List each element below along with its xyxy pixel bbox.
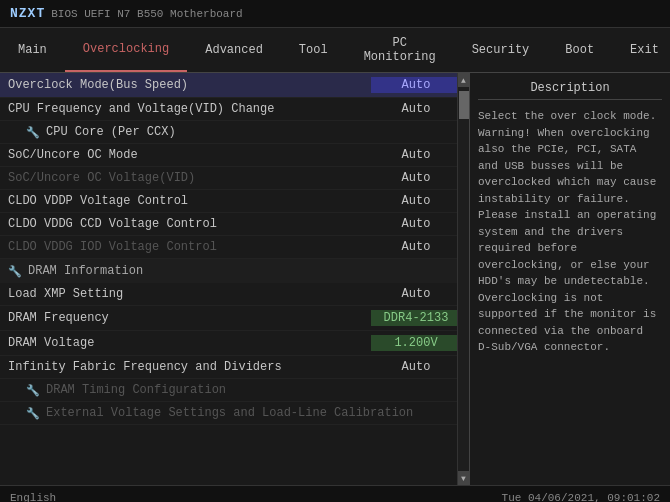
setting-load-xmp[interactable]: Load XMP Setting Auto <box>0 283 469 306</box>
setting-soc-voltage: SoC/Uncore OC Voltage(VID) Auto <box>0 167 469 190</box>
description-title: Description <box>478 81 662 100</box>
setting-label-cpu-freq: CPU Frequency and Voltage(VID) Change <box>8 102 371 116</box>
settings-panel: Overclock Mode(Bus Speed) Auto CPU Frequ… <box>0 73 470 485</box>
nav-bar: Main Overclocking Advanced Tool PC Monit… <box>0 28 670 73</box>
setting-infinity-fabric[interactable]: Infinity Fabric Frequency and Dividers A… <box>0 356 469 379</box>
settings-list: Overclock Mode(Bus Speed) Auto CPU Frequ… <box>0 73 469 485</box>
dram-section-header: 🔧 DRAM Information <box>0 259 469 283</box>
setting-label-cldo-vddg-ccd: CLDO VDDG CCD Voltage Control <box>8 217 371 231</box>
folder-icon-dram: 🔧 <box>26 384 40 397</box>
setting-ext-voltage[interactable]: 🔧 External Voltage Settings and Load-Lin… <box>0 402 469 425</box>
setting-value-cldo-vddg-iod: Auto <box>371 240 461 254</box>
tab-pc-monitoring[interactable]: PC Monitoring <box>346 28 454 72</box>
setting-cpu-freq-voltage[interactable]: CPU Frequency and Voltage(VID) Change Au… <box>0 98 469 121</box>
bios-info: BIOS UEFI N7 B550 Motherboard <box>51 8 242 20</box>
tab-boot[interactable]: Boot <box>547 28 612 72</box>
setting-soc-uncore[interactable]: SoC/Uncore OC Mode Auto <box>0 144 469 167</box>
setting-dram-timing[interactable]: 🔧 DRAM Timing Configuration <box>0 379 469 402</box>
setting-value-load-xmp: Auto <box>371 287 461 301</box>
setting-dram-freq[interactable]: DRAM Frequency DDR4-2133 <box>0 306 469 331</box>
tab-exit[interactable]: Exit <box>612 28 670 72</box>
setting-value-soc-uncore: Auto <box>371 148 461 162</box>
tool-icon: 🔧 <box>26 126 40 139</box>
setting-cldo-vddg-iod: CLDO VDDG IOD Voltage Control Auto <box>0 236 469 259</box>
setting-label-cpu-core: CPU Core (Per CCX) <box>46 125 371 139</box>
setting-label-soc-voltage: SoC/Uncore OC Voltage(VID) <box>8 171 371 185</box>
setting-label-cldo-vddp: CLDO VDDP Voltage Control <box>8 194 371 208</box>
status-bar: English Tue 04/06/2021, 09:01:02 <box>0 485 670 502</box>
tab-main[interactable]: Main <box>0 28 65 72</box>
scroll-down-button[interactable]: ▼ <box>458 471 470 485</box>
setting-label-overclock-mode: Overclock Mode(Bus Speed) <box>8 78 371 92</box>
tab-security[interactable]: Security <box>454 28 548 72</box>
setting-label-dram-timing: DRAM Timing Configuration <box>46 383 461 397</box>
setting-dram-voltage[interactable]: DRAM Voltage 1.200V <box>0 331 469 356</box>
tab-overclocking[interactable]: Overclocking <box>65 28 187 72</box>
setting-value-soc-voltage: Auto <box>371 171 461 185</box>
setting-label-load-xmp: Load XMP Setting <box>8 287 371 301</box>
setting-label-cldo-vddg-iod: CLDO VDDG IOD Voltage Control <box>8 240 371 254</box>
description-text: Select the over clock mode. Warning! Whe… <box>478 108 662 356</box>
setting-label-dram-voltage: DRAM Voltage <box>8 336 371 350</box>
tab-advanced[interactable]: Advanced <box>187 28 281 72</box>
setting-value-dram-voltage: 1.200V <box>371 335 461 351</box>
setting-label-infinity-fabric: Infinity Fabric Frequency and Dividers <box>8 360 371 374</box>
setting-value-cpu-freq: Auto <box>371 102 461 116</box>
setting-cpu-core[interactable]: 🔧 CPU Core (Per CCX) <box>0 121 469 144</box>
scroll-up-button[interactable]: ▲ <box>458 73 470 87</box>
setting-value-cldo-vddg-ccd: Auto <box>371 217 461 231</box>
setting-label-dram-freq: DRAM Frequency <box>8 311 371 325</box>
status-language: English <box>10 492 56 503</box>
description-panel: Description Select the over clock mode. … <box>470 73 670 485</box>
logo: NZXT <box>10 6 45 21</box>
setting-label-soc-uncore: SoC/Uncore OC Mode <box>8 148 371 162</box>
dram-section-label: DRAM Information <box>28 264 143 278</box>
tab-tool[interactable]: Tool <box>281 28 346 72</box>
folder-icon-ext: 🔧 <box>26 407 40 420</box>
scrollbar[interactable]: ▲ ▼ <box>457 73 469 485</box>
content-area: Overclock Mode(Bus Speed) Auto CPU Frequ… <box>0 73 670 485</box>
setting-cldo-vddg-ccd[interactable]: CLDO VDDG CCD Voltage Control Auto <box>0 213 469 236</box>
setting-value-infinity-fabric: Auto <box>371 360 461 374</box>
setting-value-overclock-mode: Auto <box>371 77 461 93</box>
setting-label-ext-voltage: External Voltage Settings and Load-Line … <box>46 406 461 420</box>
setting-cldo-vddp[interactable]: CLDO VDDP Voltage Control Auto <box>0 190 469 213</box>
setting-overclock-mode[interactable]: Overclock Mode(Bus Speed) Auto <box>0 73 469 98</box>
status-datetime: Tue 04/06/2021, 09:01:02 <box>502 492 660 503</box>
scroll-thumb[interactable] <box>459 91 469 119</box>
setting-value-dram-freq: DDR4-2133 <box>371 310 461 326</box>
wrench-icon: 🔧 <box>8 265 22 278</box>
setting-value-cldo-vddp: Auto <box>371 194 461 208</box>
header: NZXT BIOS UEFI N7 B550 Motherboard <box>0 0 670 28</box>
